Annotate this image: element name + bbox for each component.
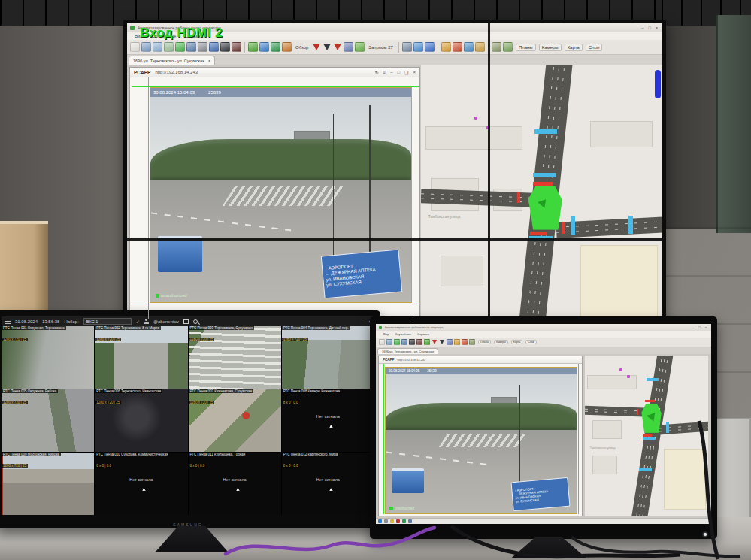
camera-tile[interactable]: РТС Пенза 005 Окружная, Рябова1280 x 720… [2,389,94,452]
camera-tile[interactable]: РТС Пенза 003 Терновского, Сухумская1280… [189,326,281,389]
window-tool-icon[interactable] [401,339,407,345]
set-select[interactable]: ВКС 1 [83,318,132,325]
menu-icon[interactable]: ≡ [383,70,386,74]
cameras-button[interactable]: Камеры [494,340,508,344]
upload-icon[interactable] [209,42,219,52]
start-button-icon[interactable] [378,519,382,523]
lamp-icon[interactable] [441,42,451,52]
settings-icon[interactable] [492,42,501,52]
junction-map[interactable]: Тамбовская улица [421,65,662,322]
cameras-button[interactable]: Камеры [539,44,562,51]
open-folder-icon[interactable] [141,42,151,52]
minimize-button[interactable]: – [692,325,695,329]
lamp-icon[interactable] [454,339,460,345]
signal-icon[interactable] [355,42,365,52]
detector-green-icon[interactable] [271,42,280,52]
close-button[interactable]: × [656,26,659,30]
minimize-button[interactable]: – [641,26,645,30]
mask-dark-icon[interactable] [409,339,415,345]
export-icon[interactable] [464,42,474,52]
menu-burger-icon[interactable] [5,319,11,324]
pcapp-popout-button[interactable]: ❏ [404,70,408,75]
tab-ternovskogo-sukhumskaya[interactable]: 1696 ул. Терновского - ул. Сухумская × [129,56,215,65]
map-scrollbar[interactable] [655,70,661,98]
undo-icon[interactable] [475,42,485,52]
client-minimize-button[interactable]: – [362,319,364,324]
camera-tile-no-signal[interactable]: РТС Пенза 012 Карпинского, Мира8 x 0 | 0… [282,453,374,515]
menu-spravka[interactable]: Справка [417,332,429,336]
camera-feed[interactable]: ↑ АЭРОПОРТ ← ДЕЖУРНАЯ АПТЕКА ул. ИВАНОВС… [150,87,412,303]
filter-red2-icon[interactable] [334,44,341,50]
menu-vid[interactable]: Вид [383,332,389,336]
layers-icon[interactable] [447,339,453,345]
window-tool-icon[interactable] [186,42,196,52]
menu-sluzhebnye[interactable]: Служебные [395,332,411,336]
close-button[interactable]: × [705,325,708,329]
browser-icon[interactable] [396,519,400,523]
cursor-tool-icon[interactable] [198,42,207,52]
search-icon[interactable] [384,519,388,523]
maximize-button[interactable]: □ [648,26,652,30]
fullscreen-icon[interactable] [183,319,189,324]
camera-tile-no-signal[interactable]: РТС Пенза 011 Куйбышева, Горная8 x 0 | 0… [189,453,281,515]
leaf-icon[interactable] [248,42,258,52]
new-document-icon[interactable] [130,42,140,52]
camera-tile[interactable]: РТС Пенза 002 Терновского, 8-го Марта128… [95,326,187,389]
green-display-icon[interactable] [175,42,185,52]
open-folder-icon[interactable] [386,339,392,345]
junction-map[interactable]: Тамбовская улица [585,356,708,516]
obzor-label[interactable]: Обзор [293,45,310,50]
maximize-button[interactable]: □ [698,325,701,329]
pcapp-url[interactable]: http://192.168.14.243 [398,358,426,362]
camera-tile-no-signal[interactable]: РТС Пенза 008 Камеры Кижеватова8 x 0 | 0… [282,389,374,452]
camera-tile[interactable]: РТС Пенза 007 Кижеватова, Сухумская1280 … [189,389,281,452]
pcapp-close-button[interactable]: × [413,70,416,74]
pcapp-maximize-button[interactable]: □ [397,70,400,74]
pin-icon[interactable] [425,42,435,52]
folder-icon[interactable] [390,519,394,523]
plans-button[interactable]: Планы [516,44,536,51]
chart-icon[interactable] [503,42,513,52]
pcapp-url[interactable]: http://192.168.14.243 [155,70,198,74]
new-document-icon[interactable] [379,339,385,345]
mask-red-icon[interactable] [416,339,422,345]
filter-red-icon[interactable] [432,340,437,344]
plans-button[interactable]: Планы [478,340,491,344]
zoom-icon[interactable] [193,319,198,324]
mask-dark-icon[interactable] [220,42,230,52]
camera-tile[interactable]: РТС Пенза 004 Терновского, Дачный пер.12… [282,326,374,389]
layers-icon[interactable] [344,42,353,52]
map-button[interactable]: Карта [511,340,522,344]
camera-feed[interactable]: ↑ АЭРОПОРТ ← ДЕЖУРНАЯ АПТЕКА ул. ИВАНОВС… [385,367,577,514]
add-object-icon[interactable] [413,42,423,52]
tab-close-icon[interactable]: × [208,59,210,63]
camera-tile[interactable]: РТС Пенза 006 Терновского, Ивановская128… [95,389,187,452]
queries-label[interactable]: Запросы 27 [366,45,395,50]
map-button[interactable]: Карта [565,44,583,51]
leaf-icon[interactable] [424,339,430,345]
filter-red-icon[interactable] [313,44,320,50]
thermometer-icon[interactable] [462,339,468,345]
filter-dark-icon[interactable] [323,44,331,50]
camera-tile-no-signal[interactable]: РТС Пенза 010 Суворова, Коммунистическая… [95,453,187,515]
camera-tile[interactable]: РТС Пенза 001 Окружная, Терновского1280 … [2,326,94,389]
detector-blue-icon[interactable] [259,42,269,52]
layers-button[interactable]: Слои [586,44,603,51]
filter-dark-icon[interactable] [440,340,444,344]
app-icon[interactable] [402,519,406,523]
detector-orange-icon[interactable] [282,42,292,52]
app-icon[interactable] [408,519,412,523]
tab-ternovskogo-sukhumskaya[interactable]: 1696 ул. Терновского - ул. Сухумская [377,348,438,354]
pcapp-minimize-button[interactable]: – [390,70,392,74]
layers-button[interactable]: Слои [525,340,537,344]
green-display-icon[interactable] [394,339,400,345]
camera-tile[interactable]: РТС Пенза 009 Московская, Кирова1280 x 7… [2,453,94,515]
zoom-in-icon[interactable] [402,42,412,52]
thermometer-icon[interactable] [453,42,462,52]
settings-icon[interactable] [469,339,475,345]
screens-icon[interactable] [164,42,174,52]
save-icon[interactable] [153,42,162,52]
mask-red-icon[interactable] [232,42,241,52]
check-icon[interactable]: ✓ [136,319,140,324]
refresh-icon[interactable]: ↻ [375,70,379,75]
